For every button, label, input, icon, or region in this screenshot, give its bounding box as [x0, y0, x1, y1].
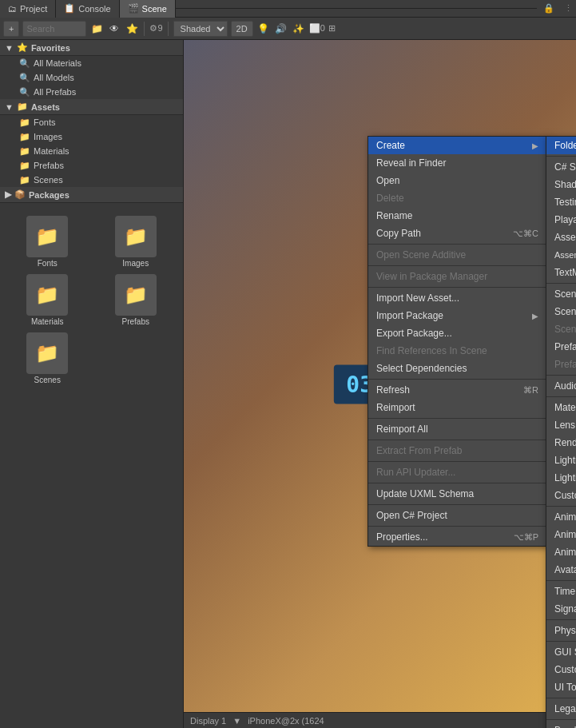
menu-item-select-deps[interactable]: Select Dependencies: [368, 360, 546, 377]
menu-item-csharp-script[interactable]: C# Script: [546, 158, 576, 176]
menu-item-gui-skin[interactable]: GUI Skin: [546, 643, 576, 661]
separator-4: [368, 379, 546, 380]
tab-project[interactable]: 🗂 Project: [0, 0, 56, 18]
menu-find-refs-label: Find References In Scene: [376, 345, 487, 356]
assets-arrow: ▼: [5, 102, 14, 112]
sidebar-item-all-materials[interactable]: 🔍 All Materials: [0, 56, 183, 70]
menu-item-open-csharp[interactable]: Open C# Project: [368, 507, 546, 524]
menu-item-scene-template[interactable]: Scene Template: [546, 303, 576, 320]
menu-item-import-new-asset[interactable]: Import New Asset...: [368, 289, 546, 307]
menu-item-lighting-settings[interactable]: Lighting Settings: [546, 469, 576, 487]
menu-item-properties[interactable]: Properties... ⌥⌘P: [368, 528, 546, 546]
shading-select[interactable]: Shaded: [173, 21, 228, 37]
menu-item-custom-render-texture[interactable]: Custom Render Texture: [546, 487, 576, 504]
menu-item-brush[interactable]: Brush: [546, 722, 576, 728]
menu-item-create[interactable]: Create ▶: [368, 137, 546, 154]
folder-icon-scenes: 📁: [19, 175, 30, 185]
menu-item-open[interactable]: Open: [368, 172, 546, 189]
asset-prefabs-label: Prefabs: [122, 317, 149, 326]
menu-item-reimport[interactable]: Reimport: [368, 399, 546, 416]
menu-item-legacy[interactable]: Legacy ▶: [546, 700, 576, 718]
menu-item-animator-override[interactable]: Animator Override Controller: [546, 543, 576, 561]
asset-scenes[interactable]: 📁 Scenes: [6, 332, 89, 384]
sidebar-item-images[interactable]: 📁 Images: [0, 129, 183, 144]
menu-item-animation[interactable]: Animation: [546, 526, 576, 543]
audio-icon[interactable]: 🔊: [274, 22, 288, 36]
lock-icon[interactable]: 🔒: [537, 3, 561, 14]
context-menu-overlay: Create ▶ Reveal in Finder Open Delete Re…: [184, 40, 576, 728]
menu-item-animator-controller[interactable]: Animator Controller: [546, 508, 576, 526]
menu-item-reveal-finder[interactable]: Reveal in Finder: [368, 154, 546, 172]
menu-item-update-uxml[interactable]: Update UXML Schema: [368, 485, 546, 503]
tab-scene[interactable]: 🎬 Scene: [120, 0, 176, 18]
2d-button[interactable]: 2D: [231, 21, 253, 37]
menu-item-lens-flare[interactable]: Lens Flare: [546, 416, 576, 434]
menu-item-folder[interactable]: Folder: [546, 137, 576, 154]
sidebar-item-prefabs[interactable]: 📁 Prefabs: [0, 158, 183, 173]
menu-item-material[interactable]: Material: [546, 399, 576, 416]
separator-10: [368, 526, 546, 527]
properties-shortcut: ⌥⌘P: [514, 532, 538, 543]
menu-item-reimport-all[interactable]: Reimport All: [368, 420, 546, 438]
menu-item-signal[interactable]: Signal: [546, 600, 576, 618]
asset-materials[interactable]: 📁 Materials: [6, 274, 89, 326]
folder-btn[interactable]: 📁: [89, 22, 104, 36]
console-tab-icon: 📋: [64, 3, 75, 14]
menu-scene-template-label: Scene Template: [554, 306, 576, 317]
camera-btn[interactable]: ⬜0: [309, 23, 325, 34]
menu-dots[interactable]: ⋮: [561, 3, 576, 14]
star-btn[interactable]: ⭐: [125, 22, 139, 36]
sidebar-item-scenes[interactable]: 📁 Scenes: [0, 173, 183, 187]
menu-item-refresh[interactable]: Refresh ⌘R: [368, 381, 546, 399]
eye-btn[interactable]: 👁: [107, 22, 121, 36]
search-input[interactable]: [22, 21, 86, 37]
copy-path-shortcut: ⌥⌘C: [513, 229, 538, 239]
asset-images[interactable]: 📁 Images: [95, 216, 177, 268]
menu-lighting-settings-label: Lighting Settings: [554, 472, 576, 483]
asset-scenes-label: Scenes: [34, 376, 61, 384]
asset-fonts[interactable]: 📁 Fonts: [6, 216, 89, 268]
menu-item-shader[interactable]: Shader ▶: [546, 176, 576, 193]
menu-item-render-texture[interactable]: Render Texture: [546, 434, 576, 452]
light-icon[interactable]: 💡: [256, 22, 271, 36]
menu-assembly-def-ref-label: Assembly Definition Reference: [554, 250, 576, 260]
tab-console[interactable]: 📋 Console: [56, 0, 119, 18]
menu-item-playables[interactable]: Playables ▶: [546, 211, 576, 229]
menu-item-timeline[interactable]: Timeline: [546, 583, 576, 600]
menu-item-rename[interactable]: Rename: [368, 207, 546, 225]
menu-item-ui-toolkit[interactable]: UI Toolkit ▶: [546, 678, 576, 696]
menu-open-scene-label: Open Scene Additive: [376, 249, 466, 261]
menu-item-assembly-def[interactable]: Assembly Definition: [546, 229, 576, 246]
console-tab-label: Console: [78, 4, 110, 14]
menu-item-import-package[interactable]: Import Package ▶: [368, 307, 546, 324]
menu-item-copy-path[interactable]: Copy Path ⌥⌘C: [368, 225, 546, 242]
menu-item-export-package[interactable]: Export Package...: [368, 324, 546, 342]
menu-item-assembly-def-ref[interactable]: Assembly Definition Reference: [546, 246, 576, 264]
menu-item-testing[interactable]: Testing ▶: [546, 193, 576, 211]
sidebar-item-fonts[interactable]: 📁 Fonts: [0, 115, 183, 129]
menu-item-physic-material[interactable]: Physic Material: [546, 622, 576, 639]
sidebar-item-materials[interactable]: 📁 Materials: [0, 144, 183, 158]
sidebar-item-all-prefabs[interactable]: 🔍 All Prefabs: [0, 85, 183, 99]
separator-9: [368, 504, 546, 505]
menu-item-lightmap-params[interactable]: Lightmap Parameters: [546, 452, 576, 469]
menu-item-avatar-mask[interactable]: Avatar Mask: [546, 561, 576, 579]
packages-label: Packages: [29, 190, 70, 200]
separator-6: [368, 440, 546, 440]
grid-btn[interactable]: ⊞: [328, 23, 336, 34]
fx-icon[interactable]: ✨: [292, 22, 306, 36]
right-sep-8: [546, 641, 576, 642]
favorites-arrow: ▼: [5, 43, 14, 53]
menu-animation-label: Animation: [554, 529, 576, 540]
add-button[interactable]: +: [3, 21, 19, 37]
menu-lens-flare-label: Lens Flare: [554, 420, 576, 431]
menu-item-custom-font[interactable]: Custom Font: [546, 661, 576, 678]
menu-item-scene[interactable]: Scene: [546, 285, 576, 303]
menu-item-textmeshpro[interactable]: TextMeshPro ▶: [546, 264, 576, 281]
menu-properties-label: Properties...: [376, 531, 428, 543]
menu-item-audio-mixer[interactable]: Audio Mixer: [546, 377, 576, 395]
menu-item-prefab[interactable]: Prefab: [546, 338, 576, 356]
asset-prefabs[interactable]: 📁 Prefabs: [95, 274, 177, 326]
sidebar-item-all-models[interactable]: 🔍 All Models: [0, 70, 183, 85]
asset-grid: 📁 Fonts 📁 Images 📁 Materials 📁 Prefabs 📁…: [0, 209, 183, 391]
